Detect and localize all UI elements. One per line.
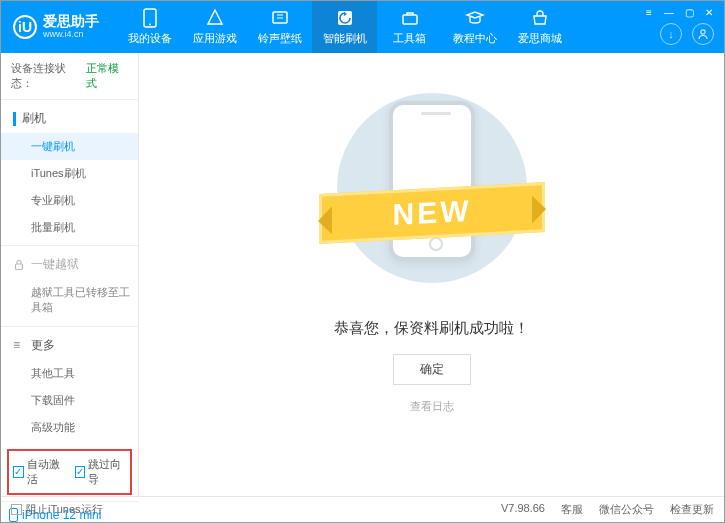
- nav-store[interactable]: 爱思商城: [507, 1, 572, 53]
- nav-my-device[interactable]: 我的设备: [117, 1, 182, 53]
- close-button[interactable]: ✕: [700, 5, 718, 19]
- section-title: 刷机: [22, 110, 46, 127]
- footer: 阻止iTunes运行 V7.98.66 客服 微信公众号 检查更新: [1, 496, 724, 522]
- nav-toolbox[interactable]: 工具箱: [377, 1, 442, 53]
- section-head-jailbreak: 一键越狱: [1, 250, 138, 279]
- lock-icon: [13, 259, 25, 271]
- tutorial-icon: [465, 8, 485, 28]
- section-more: ≡ 更多 其他工具 下载固件 高级功能: [1, 326, 138, 445]
- svg-rect-4: [403, 15, 417, 24]
- update-link[interactable]: 检查更新: [670, 502, 714, 517]
- navbar: 我的设备 应用游戏 铃声壁纸 智能刷机 工具箱 教程中心: [117, 1, 572, 53]
- main-panel: NEW 恭喜您，保资料刷机成功啦！ 确定 查看日志: [139, 53, 724, 496]
- bar-icon: [13, 112, 16, 126]
- status-value: 正常模式: [86, 61, 128, 91]
- titlebar-actions: ↓: [660, 23, 714, 45]
- footer-right: V7.98.66 客服 微信公众号 检查更新: [501, 502, 714, 517]
- checkbox-icon: ✓: [13, 466, 24, 478]
- window-controls: ≡ — ▢ ✕: [640, 5, 718, 19]
- sidebar: 设备连接状态： 正常模式 刷机 一键刷机 iTunes刷机 专业刷机 批量刷机 …: [1, 53, 139, 496]
- maximize-button[interactable]: ▢: [680, 5, 698, 19]
- nav-label: 爱思商城: [518, 31, 562, 46]
- section-title: 更多: [31, 337, 55, 354]
- success-message: 恭喜您，保资料刷机成功啦！: [334, 319, 529, 338]
- svg-rect-6: [16, 264, 23, 270]
- menu-icon[interactable]: ≡: [640, 5, 658, 19]
- success-illustration: NEW: [317, 83, 547, 293]
- section-head-flash[interactable]: 刷机: [1, 104, 138, 133]
- sidebar-item-advanced[interactable]: 高级功能: [1, 414, 138, 441]
- nav-label: 应用游戏: [193, 31, 237, 46]
- version-label: V7.98.66: [501, 502, 545, 517]
- sidebar-item-pro[interactable]: 专业刷机: [1, 187, 138, 214]
- checkbox-icon: ✓: [75, 466, 86, 478]
- sidebar-item-oneclick[interactable]: 一键刷机: [1, 133, 138, 160]
- body: 设备连接状态： 正常模式 刷机 一键刷机 iTunes刷机 专业刷机 批量刷机 …: [1, 53, 724, 496]
- section-flash: 刷机 一键刷机 iTunes刷机 专业刷机 批量刷机: [1, 99, 138, 245]
- ok-button[interactable]: 确定: [393, 354, 471, 385]
- account-button[interactable]: [692, 23, 714, 45]
- app-site: www.i4.cn: [43, 30, 99, 40]
- wechat-link[interactable]: 微信公众号: [599, 502, 654, 517]
- nav-tutorials[interactable]: 教程中心: [442, 1, 507, 53]
- logo-mark-icon: iU: [13, 15, 37, 39]
- status-label: 设备连接状态：: [11, 61, 84, 91]
- download-button[interactable]: ↓: [660, 23, 682, 45]
- media-icon: [270, 8, 290, 28]
- sidebar-item-other[interactable]: 其他工具: [1, 360, 138, 387]
- view-log-link[interactable]: 查看日志: [410, 399, 454, 414]
- store-icon: [530, 8, 550, 28]
- logo: iU 爱思助手 www.i4.cn: [13, 14, 99, 39]
- checkbox-auto-activate[interactable]: ✓ 自动激活: [13, 457, 65, 487]
- checkbox-label: 阻止iTunes运行: [26, 502, 103, 517]
- sidebar-item-itunes[interactable]: iTunes刷机: [1, 160, 138, 187]
- nav-flash[interactable]: 智能刷机: [312, 1, 377, 53]
- svg-point-5: [701, 30, 705, 34]
- support-link[interactable]: 客服: [561, 502, 583, 517]
- nav-label: 铃声壁纸: [258, 31, 302, 46]
- section-jailbreak: 一键越狱 越狱工具已转移至工具箱: [1, 245, 138, 326]
- section-head-more[interactable]: ≡ 更多: [1, 331, 138, 360]
- nav-label: 教程中心: [453, 31, 497, 46]
- app-icon: [205, 8, 225, 28]
- phone-icon: [140, 8, 160, 28]
- minimize-button[interactable]: —: [660, 5, 678, 19]
- titlebar: iU 爱思助手 www.i4.cn 我的设备 应用游戏 铃声壁纸 智能刷机: [1, 1, 724, 53]
- app-title: 爱思助手: [43, 14, 99, 29]
- toolbox-icon: [400, 8, 420, 28]
- nav-label: 工具箱: [393, 31, 426, 46]
- nav-ringtones[interactable]: 铃声壁纸: [247, 1, 312, 53]
- section-title: 一键越狱: [31, 256, 79, 273]
- options-highlight: ✓ 自动激活 ✓ 跳过向导: [7, 449, 132, 495]
- connection-status: 设备连接状态： 正常模式: [1, 53, 138, 99]
- checkbox-label: 跳过向导: [88, 457, 126, 487]
- flash-icon: [335, 8, 355, 28]
- svg-point-1: [149, 24, 151, 26]
- nav-label: 智能刷机: [323, 31, 367, 46]
- jailbreak-note: 越狱工具已转移至工具箱: [1, 279, 138, 322]
- checkbox-label: 自动激活: [27, 457, 65, 487]
- nav-label: 我的设备: [128, 31, 172, 46]
- app-window: iU 爱思助手 www.i4.cn 我的设备 应用游戏 铃声壁纸 智能刷机: [0, 0, 725, 523]
- logo-text: 爱思助手 www.i4.cn: [43, 14, 99, 39]
- checkbox-block-itunes[interactable]: 阻止iTunes运行: [11, 502, 103, 517]
- list-icon: ≡: [13, 338, 25, 352]
- sidebar-item-firmware[interactable]: 下载固件: [1, 387, 138, 414]
- checkbox-icon: [11, 504, 22, 515]
- checkbox-skip-guide[interactable]: ✓ 跳过向导: [75, 457, 127, 487]
- nav-apps[interactable]: 应用游戏: [182, 1, 247, 53]
- sidebar-item-batch[interactable]: 批量刷机: [1, 214, 138, 241]
